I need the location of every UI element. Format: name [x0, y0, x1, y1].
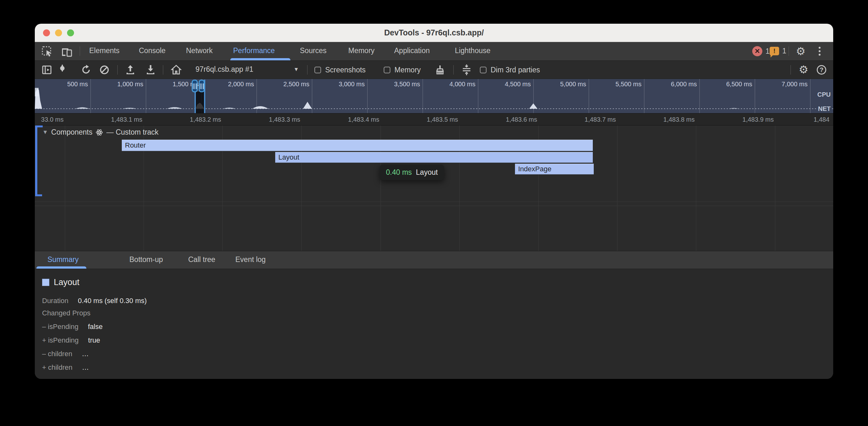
track-title: Components [51, 128, 92, 136]
time-ruler: 33.0 ms 1,483.1 ms 1,483.2 ms 1,483.3 ms… [35, 113, 833, 126]
more-options-icon[interactable] [819, 47, 820, 56]
flame-bar-router[interactable]: Router [122, 140, 593, 151]
cpu-activity-sparkline [35, 79, 833, 113]
device-toolbar-icon[interactable] [61, 46, 73, 57]
tab-sources[interactable]: Sources [300, 46, 327, 55]
minimize-window-button[interactable] [55, 29, 62, 36]
summary-row-label: Changed Props [42, 309, 90, 317]
summary-row-value: true [88, 336, 100, 344]
toolbar-divider [163, 65, 163, 74]
ruler-tick: 1,483.1 ms [111, 116, 142, 123]
expander-triangle-icon[interactable]: ▼ [42, 129, 48, 136]
window-title: DevTools - 97r6ql.csb.app/ [384, 28, 484, 37]
help-icon[interactable]: ? [817, 65, 826, 74]
cpu-lane-label: CPU [816, 91, 832, 98]
devtools-tabbar: Elements Console Network Performance Sou… [35, 42, 833, 61]
close-window-button[interactable] [43, 29, 50, 36]
tab-summary[interactable]: Summary [48, 255, 79, 264]
summary-row-label: – children [42, 350, 72, 358]
ruler-tick: 1,483.6 ms [506, 116, 537, 123]
flame-chart[interactable]: ▼ Components — Custom track Router Layou… [35, 126, 833, 251]
ruler-tick: 1,483.5 ms [427, 116, 458, 123]
tooltip-label: Layout [416, 168, 438, 177]
summary-event-name: Layout [54, 277, 80, 287]
ruler-tick: 1,483.7 ms [585, 116, 616, 123]
react-atom-icon [96, 129, 103, 136]
garbage-collect-icon[interactable] [435, 64, 445, 75]
track-selection-bracket-cap [35, 194, 42, 196]
screenshots-checkbox[interactable] [314, 67, 321, 73]
load-profile-icon[interactable] [125, 64, 135, 75]
history-dropdown[interactable]: 97r6ql.csb.app #1 [195, 65, 253, 74]
issues-counter[interactable]: ! 1 [770, 47, 786, 55]
tabbar-divider [80, 46, 80, 56]
ruler-tick: 1,483.2 ms [190, 116, 221, 123]
ruler-tick: 1,483.8 ms [663, 116, 695, 123]
summary-row-ispending-new: + isPendingtrue [42, 336, 100, 345]
track-header-components[interactable]: ▼ Components — Custom track [42, 128, 158, 136]
summary-row-label: Duration [42, 297, 68, 305]
toolbar-divider [790, 65, 791, 74]
screenshots-label: Screenshots [325, 66, 366, 74]
dim-3rd-parties-checkbox[interactable] [480, 67, 487, 73]
save-profile-icon[interactable] [146, 64, 156, 75]
clear-recording-icon[interactable] [99, 65, 110, 75]
flame-bar-layout[interactable]: Layout [275, 152, 593, 163]
settings-gear-icon[interactable]: ⚙ [796, 46, 805, 57]
selection-range [195, 92, 204, 113]
tab-memory[interactable]: Memory [348, 46, 375, 55]
summary-row-label: + isPending [42, 336, 79, 344]
error-counter[interactable]: ✕ 1 [752, 46, 770, 56]
net-lane-label: NET [817, 105, 832, 112]
titlebar: DevTools - 97r6ql.csb.app/ [35, 24, 833, 42]
dim-3rd-parties-label: Dim 3rd parties [491, 66, 540, 74]
error-icon: ✕ [752, 46, 762, 56]
capture-settings-gear-icon[interactable]: ⚙ [799, 64, 808, 75]
summary-row-ispending-old: – isPendingfalse [42, 323, 102, 331]
tab-bottom-up[interactable]: Bottom-up [129, 255, 163, 264]
summary-row-value: … [82, 350, 89, 358]
performance-toolbar: 97r6ql.csb.app #1 ▼ Screenshots Memory D… [35, 61, 833, 79]
traffic-lights [43, 29, 74, 36]
tab-application[interactable]: Application [394, 46, 430, 55]
toggle-sidebar-icon[interactable] [42, 65, 52, 75]
summary-row-value: 0.40 ms (self 0.30 ms) [78, 297, 147, 305]
home-icon[interactable] [171, 64, 182, 75]
tab-call-tree[interactable]: Call tree [188, 255, 215, 264]
fit-to-window-icon[interactable] [461, 64, 472, 76]
tabbar-divider-right [788, 46, 789, 56]
selection-left-handle[interactable] [192, 79, 198, 92]
summary-row-label: + children [42, 363, 72, 371]
summary-row-label: – isPending [42, 323, 79, 331]
tab-console[interactable]: Console [139, 46, 165, 55]
summary-pane: Layout Duration0.40 ms (self 0.30 ms) Ch… [35, 270, 833, 379]
tab-network[interactable]: Network [186, 46, 213, 55]
tab-event-log[interactable]: Event log [235, 255, 266, 264]
active-tab-underline [230, 58, 290, 60]
tab-elements[interactable]: Elements [89, 46, 120, 55]
timeline-overview[interactable]: 500 ms 1,000 ms 1,500 ms 2,000 ms 2,500 … [35, 79, 833, 113]
ruler-tick: 33.0 ms [41, 116, 64, 123]
tab-performance[interactable]: Performance [233, 46, 275, 55]
memory-checkbox[interactable] [384, 67, 390, 73]
summary-row-children-old: – children… [42, 350, 89, 358]
dim-3rd-parties-toggle[interactable]: Dim 3rd parties [480, 66, 540, 74]
record-button[interactable] [61, 64, 63, 72]
summary-row-changed-props: Changed Props [42, 309, 90, 317]
selection-right-handle[interactable] [199, 79, 205, 92]
zoom-window-button[interactable] [67, 29, 74, 36]
summary-row-children-new: + children… [42, 363, 89, 372]
screenshots-toggle[interactable]: Screenshots [314, 66, 366, 74]
reload-and-record-icon[interactable] [81, 64, 91, 75]
ruler-tick: 1,484 [814, 116, 829, 123]
detail-tabbar: Summary Bottom-up Call tree Event log [35, 251, 833, 269]
summary-row-duration: Duration0.40 ms (self 0.30 ms) [42, 297, 147, 305]
flame-bar-indexpage[interactable]: IndexPage [515, 164, 594, 174]
tab-lighthouse[interactable]: Lighthouse [455, 46, 491, 55]
summary-row-value: false [88, 323, 102, 331]
error-count: 1 [766, 47, 770, 56]
inspect-element-icon[interactable] [41, 46, 53, 57]
ruler-tick: 1,483.9 ms [742, 116, 774, 123]
track-suffix: — Custom track [106, 128, 158, 136]
memory-toggle[interactable]: Memory [384, 66, 421, 74]
